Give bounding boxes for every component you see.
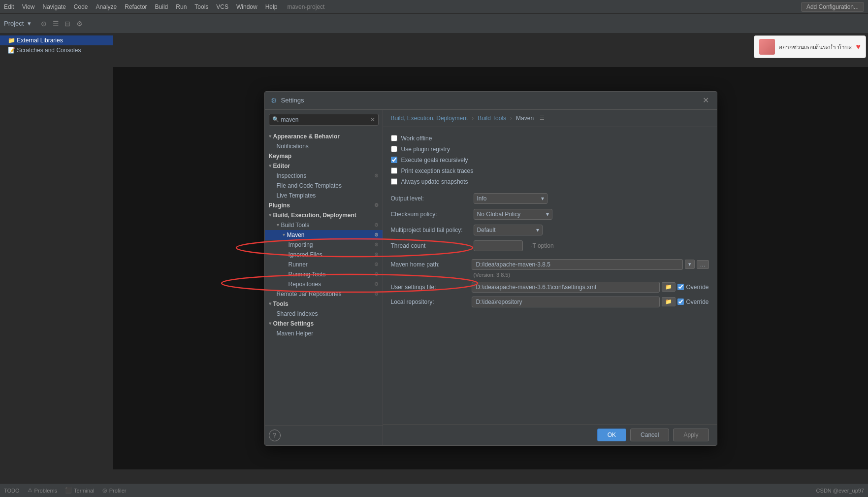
print-exception-checkbox[interactable]	[391, 167, 397, 174]
menu-analyze[interactable]: Analyze	[96, 3, 117, 10]
close-button[interactable]: ✕	[701, 96, 711, 105]
maven-home-dropdown-btn[interactable]: ▾	[685, 260, 695, 269]
tree-appearance[interactable]: ▾ Appearance & Behavior	[265, 132, 383, 141]
tree-build-tools[interactable]: ▾ Build Tools ⚙	[265, 220, 383, 230]
problems-label: Problems	[34, 488, 57, 494]
menu-view[interactable]: View	[22, 3, 35, 10]
menu-vcs[interactable]: VCS	[216, 3, 228, 10]
tree-maven[interactable]: ▾ Maven ⚙	[265, 230, 383, 240]
modal-overlay: ⚙ Settings ✕ 🔍 ✕	[113, 67, 868, 469]
plugin-registry-label: Use plugin registry	[401, 146, 450, 153]
apply-button[interactable]: Apply	[673, 429, 708, 441]
menu-edit[interactable]: Edit	[4, 3, 14, 10]
checksum-policy-select[interactable]: No Global Policy ▾	[474, 209, 552, 220]
work-offline-checkbox[interactable]	[391, 135, 397, 141]
sync-icon[interactable]: ⊙	[39, 19, 49, 29]
local-repo-browse-btn[interactable]: 📁	[662, 297, 675, 306]
tree-running-tests[interactable]: Running Tests ⚙	[265, 269, 383, 279]
todo-item[interactable]: TODO	[4, 488, 20, 494]
project-dropdown-arrow[interactable]: ▾	[28, 20, 31, 27]
tree-notifications[interactable]: Notifications	[265, 141, 383, 151]
tree-build-execution[interactable]: ▾ Build, Execution, Deployment	[265, 210, 383, 220]
settings-bottom: ?	[265, 425, 383, 445]
dialog-body: 🔍 ✕ ▾ Appearance & Behavior Notification…	[265, 110, 717, 445]
output-level-arrow-icon: ▾	[541, 195, 544, 202]
tree-plugins[interactable]: Plugins ⚙	[265, 200, 383, 210]
external-libraries-item[interactable]: 📁 External Libraries	[0, 35, 113, 45]
user-settings-override-checkbox[interactable]	[677, 284, 684, 290]
tree-other-settings[interactable]: ▾ Other Settings	[265, 319, 383, 329]
execute-goals-checkbox[interactable]	[391, 157, 397, 163]
csdn-label: CSDN @ever_up97	[816, 488, 864, 494]
menu-navigate[interactable]: Navigate	[42, 3, 65, 10]
clear-search-icon[interactable]: ✕	[370, 116, 375, 123]
add-config-button[interactable]: Add Configuration...	[801, 2, 864, 12]
menu-refactor[interactable]: Refactor	[125, 3, 147, 10]
dialog-titlebar: ⚙ Settings ✕	[265, 92, 717, 110]
tree-editor[interactable]: ▾ Editor	[265, 161, 383, 171]
multiproject-select[interactable]: Default ▾	[474, 225, 543, 235]
thread-count-input[interactable]	[474, 240, 523, 251]
dialog-title: ⚙ Settings	[271, 97, 304, 104]
maven-home-input[interactable]	[472, 259, 683, 270]
tools-arrow-icon: ▾	[269, 301, 271, 306]
settings-icon[interactable]: ⚙	[74, 19, 84, 29]
user-settings-input[interactable]	[472, 282, 660, 293]
tree-ignored-files[interactable]: Ignored Files ⚙	[265, 250, 383, 260]
tree-remote-jar[interactable]: Remote Jar Repositories ⚙	[265, 289, 383, 299]
problems-item[interactable]: ⚠ Problems	[28, 487, 57, 494]
tree-maven-helper[interactable]: Maven Helper	[265, 329, 383, 338]
search-input[interactable]	[281, 116, 368, 123]
local-repo-override-checkbox[interactable]	[677, 298, 684, 305]
breadcrumb-menu-icon[interactable]: ☰	[540, 115, 545, 121]
menu-build[interactable]: Build	[155, 3, 168, 10]
output-level-select[interactable]: Info ▾	[474, 193, 547, 204]
help-button[interactable]: ?	[269, 430, 281, 441]
search-box: 🔍 ✕	[269, 114, 379, 126]
plugin-registry-checkbox[interactable]	[391, 146, 397, 152]
menu-window[interactable]: Window	[236, 3, 257, 10]
maven-home-browse-btn[interactable]: …	[697, 260, 709, 269]
dialog-title-text: Settings	[281, 97, 304, 104]
cancel-button[interactable]: Cancel	[630, 429, 669, 441]
collapse-icon[interactable]: ⊟	[63, 19, 72, 29]
local-repo-input[interactable]	[472, 297, 660, 307]
profiler-label: Profiler	[109, 488, 127, 494]
terminal-item[interactable]: ⬛ Terminal	[65, 487, 95, 494]
tree-importing[interactable]: Importing ⚙	[265, 240, 383, 250]
menu-code[interactable]: Code	[74, 3, 88, 10]
project-name: maven-project	[287, 3, 324, 10]
maven-home-row: Maven home path: ▾ …	[391, 259, 709, 270]
menu-run[interactable]: Run	[176, 3, 187, 10]
tree-inspections[interactable]: Inspections ⚙	[265, 171, 383, 181]
breadcrumb-build[interactable]: Build, Execution, Deployment	[391, 115, 468, 122]
tree-live-templates[interactable]: Live Templates	[265, 191, 383, 200]
scratches-item[interactable]: 📝 Scratches and Consoles	[0, 45, 113, 55]
list-icon[interactable]: ☰	[51, 19, 61, 29]
local-repo-override: Override	[677, 298, 708, 305]
user-settings-override: Override	[677, 284, 708, 291]
terminal-icon: ⬛	[65, 487, 72, 494]
tree-file-code-templates[interactable]: File and Code Templates	[265, 181, 383, 191]
profiler-item[interactable]: ◎ Profiler	[102, 487, 127, 494]
always-update-checkbox[interactable]	[391, 178, 397, 185]
tree-repositories[interactable]: Repositories ⚙	[265, 279, 383, 289]
tree-tools[interactable]: ▾ Tools	[265, 299, 383, 309]
menu-help[interactable]: Help	[265, 3, 278, 10]
tree-shared-indexes[interactable]: Shared Indexes	[265, 309, 383, 319]
tree-keymap[interactable]: Keymap	[265, 151, 383, 161]
ok-button[interactable]: OK	[597, 429, 626, 441]
user-settings-browse-btn[interactable]: 📁	[662, 282, 675, 292]
dialog-footer: OK Cancel Apply	[383, 424, 717, 445]
menu-tools[interactable]: Tools	[194, 3, 208, 10]
multiproject-arrow-icon: ▾	[536, 227, 539, 233]
tree-runner[interactable]: Runner ⚙	[265, 260, 383, 269]
breadcrumb-build-tools[interactable]: Build Tools	[478, 115, 506, 122]
output-level-row: Output level: Info ▾	[391, 193, 709, 204]
status-bar: TODO ⚠ Problems ⬛ Terminal ◎ Profiler CS…	[0, 483, 868, 497]
thread-count-option: -T option	[531, 242, 554, 249]
build-tools-arrow-icon: ▾	[277, 222, 279, 228]
profiler-icon: ◎	[102, 487, 107, 494]
content-body: Work offline Use plugin registry Execute…	[383, 127, 717, 424]
thread-count-row: Thread count -T option	[391, 240, 709, 251]
